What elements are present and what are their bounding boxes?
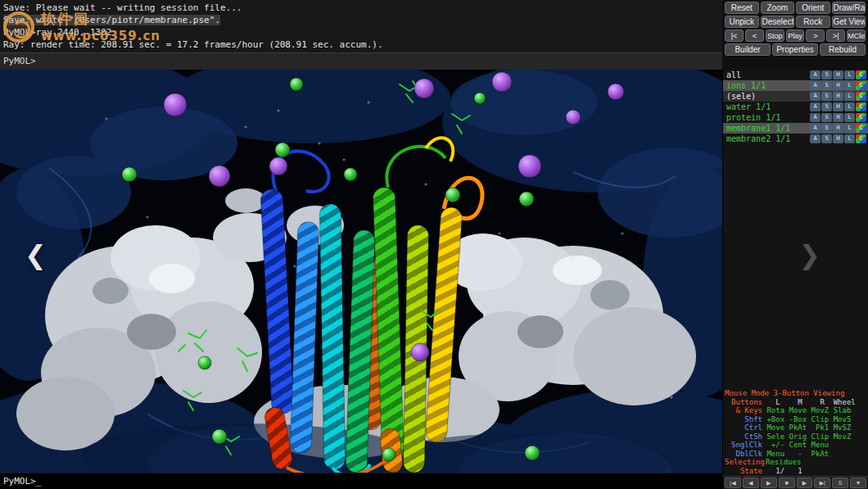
label-button[interactable]: L	[844, 70, 855, 79]
label-button[interactable]: L	[844, 134, 855, 143]
mouse-row-label: Ctrl	[725, 423, 762, 432]
console-line-text: Save: wrote "/Users/piotr/membrane.pse".	[3, 15, 220, 25]
mouse-row: CtSh Sele Orig Clip MovZ	[725, 432, 868, 441]
pb-last-button[interactable]: ▶|	[814, 478, 830, 488]
action-button[interactable]: A	[810, 134, 821, 143]
next-frame-button[interactable]: >	[806, 29, 825, 42]
console-line: Save: Please wait -- writing session fil…	[3, 2, 722, 14]
color-button[interactable]: C	[856, 92, 866, 101]
label-button[interactable]: L	[844, 124, 855, 133]
object-name[interactable]: all	[726, 70, 809, 79]
show-button[interactable]: S	[821, 92, 832, 101]
color-button[interactable]: C	[856, 124, 866, 133]
pb-prev-button[interactable]: ◀	[743, 478, 759, 488]
action-button[interactable]: A	[810, 113, 821, 122]
hide-button[interactable]: H	[833, 81, 843, 90]
zoom-button[interactable]: Zoom	[761, 2, 795, 14]
pb-stop-button[interactable]: ■	[779, 478, 795, 488]
mouse-row-values: Sele Orig Clip MovZ	[762, 432, 851, 441]
label-button[interactable]: L	[844, 113, 855, 122]
command-input-top[interactable]: PyMOL>	[0, 52, 722, 70]
show-button[interactable]: S	[821, 70, 832, 79]
hide-button[interactable]: H	[833, 70, 843, 79]
properties-button[interactable]: Properties	[772, 43, 818, 56]
color-button[interactable]: C	[856, 81, 866, 90]
deselect-button[interactable]: Deselect	[761, 16, 795, 28]
prompt-top-label: PyMOL>	[3, 56, 36, 66]
hide-button[interactable]: H	[833, 92, 843, 101]
console-log[interactable]: Save: Please wait -- writing session fil…	[0, 0, 722, 52]
show-button[interactable]: S	[821, 102, 832, 111]
object-row-protein: protein 1/1 A S H L C	[723, 112, 868, 123]
console-line: PyMOL>ray 2440, 1302	[3, 26, 722, 38]
unpick-button[interactable]: Unpick	[725, 16, 759, 28]
action-button[interactable]: A	[810, 70, 821, 79]
action-button[interactable]: A	[810, 81, 821, 90]
mouse-row-label: DblClk	[725, 450, 762, 459]
3d-viewport[interactable]	[0, 70, 722, 473]
console-line: Ray: render time: 208.91 sec. = 17.2 fra…	[3, 38, 722, 51]
label-button[interactable]: L	[844, 92, 855, 101]
object-name[interactable]: (sele)	[726, 92, 809, 101]
object-name[interactable]: ions 1/1	[726, 81, 809, 90]
object-name[interactable]: membrane2 1/1	[726, 134, 809, 143]
pymol-window: Save: Please wait -- writing session fil…	[0, 0, 868, 489]
object-row-ions: ions 1/1 A S H L C	[723, 80, 868, 91]
stop-button[interactable]: Stop	[766, 29, 784, 42]
color-button[interactable]: C	[856, 102, 866, 111]
hide-button[interactable]: H	[833, 113, 843, 122]
prev-frame-button[interactable]: <	[745, 29, 764, 42]
show-button[interactable]: S	[821, 113, 832, 122]
color-button[interactable]: C	[856, 113, 866, 122]
rock-button[interactable]: Rock	[796, 16, 830, 28]
action-button[interactable]: A	[810, 124, 821, 133]
next-arrow[interactable]: ❯	[798, 239, 821, 270]
pb-menu-button[interactable]: ▼	[850, 478, 866, 488]
color-button[interactable]: C	[856, 70, 866, 79]
show-button[interactable]: S	[821, 124, 832, 133]
frame-controls: |◀ ◀ ▶ ■ ▶ ▶| S ▼	[723, 476, 868, 489]
top-bar: Save: Please wait -- writing session fil…	[0, 0, 722, 70]
pb-next-button[interactable]: ▶	[797, 478, 813, 488]
pb-first-button[interactable]: |◀	[725, 478, 741, 488]
orient-button[interactable]: Orient	[796, 2, 830, 14]
rebuild-button[interactable]: Rebuild	[820, 43, 866, 56]
action-button[interactable]: A	[810, 92, 821, 101]
console-line-text: Ray: render time: 208.91 sec. = 17.2 fra…	[3, 39, 383, 50]
label-button[interactable]: L	[844, 102, 855, 111]
first-frame-button[interactable]: |<	[725, 29, 744, 42]
control-row-4: Builder Properties Rebuild	[724, 43, 866, 56]
object-row-sele: (sele) A S H L C	[723, 91, 868, 102]
mouse-row-label: Buttons	[725, 398, 762, 407]
builder-button[interactable]: Builder	[725, 43, 771, 56]
pb-play-button[interactable]: ▶	[761, 478, 777, 488]
selecting-label: Selecting	[725, 458, 762, 467]
hide-button[interactable]: H	[833, 134, 843, 143]
selecting-mode-row[interactable]: Selecting Residues	[725, 458, 868, 467]
action-button[interactable]: A	[810, 102, 821, 111]
object-name[interactable]: protein 1/1	[726, 113, 809, 122]
label-button[interactable]: L	[844, 81, 855, 90]
pb-scene-button[interactable]: S	[832, 478, 848, 488]
mouse-mode-title[interactable]: Mouse Mode 3-Button Viewing	[725, 389, 868, 398]
reset-button[interactable]: Reset	[725, 2, 759, 14]
get-view-button[interactable]: Get View	[832, 16, 866, 28]
mouse-row: SnglClk +/- Cent Menu	[725, 441, 868, 450]
state-label: State	[725, 467, 762, 476]
hide-button[interactable]: H	[833, 102, 843, 111]
mclear-button[interactable]: MClear	[847, 29, 866, 42]
show-button[interactable]: S	[821, 134, 832, 143]
hide-button[interactable]: H	[833, 124, 843, 133]
object-name[interactable]: membrane1 1/1	[726, 124, 809, 133]
command-input-bottom[interactable]: PyMOL>_	[0, 473, 722, 489]
play-button[interactable]: Play	[786, 29, 805, 42]
draw-ray-button[interactable]: Draw/Ray	[832, 2, 866, 14]
last-frame-button[interactable]: >|	[826, 29, 845, 42]
prev-arrow[interactable]: ❮	[25, 239, 47, 270]
show-button[interactable]: S	[821, 81, 832, 90]
color-button[interactable]: C	[856, 134, 866, 143]
object-name[interactable]: water 1/1	[726, 102, 809, 111]
mouse-row: & Keys Rota Move MovZ Slab	[725, 406, 868, 415]
molecule-render	[0, 70, 722, 473]
mouse-row-values: +/- Cent Menu	[762, 441, 829, 450]
